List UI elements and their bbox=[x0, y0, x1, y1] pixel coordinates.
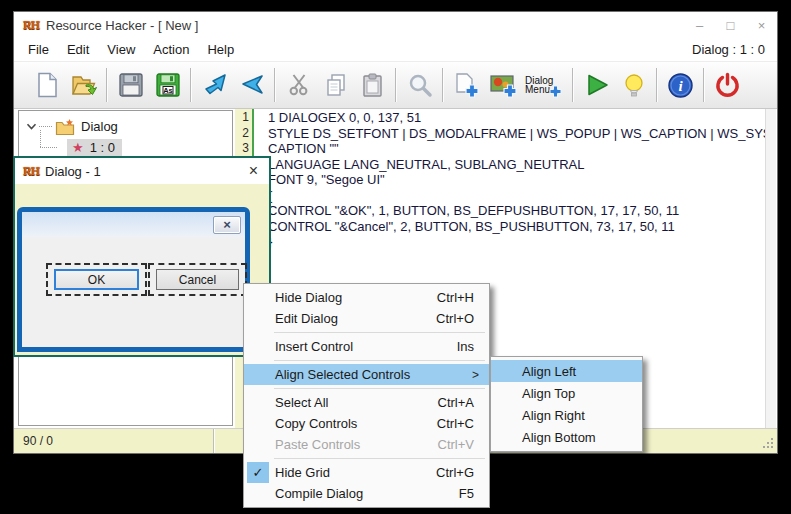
edited-dialog-caption[interactable]: × bbox=[22, 212, 245, 237]
run-button[interactable] bbox=[578, 65, 615, 105]
preview-window-title: Dialog - 1 bbox=[45, 164, 101, 179]
search-icon bbox=[407, 72, 433, 98]
blue-flag-button[interactable] bbox=[233, 65, 270, 105]
edited-dialog-frame[interactable]: × OK Cancel bbox=[17, 207, 250, 352]
menu-item-label: Align Left bbox=[522, 364, 576, 379]
preview-close-button[interactable]: × bbox=[249, 163, 269, 179]
desktop-background: { "window": { "logo": "RH", "title": "Re… bbox=[0, 0, 791, 514]
tree-node-resource[interactable]: ★ 1 : 0 bbox=[19, 137, 232, 158]
menu-item-label: Paste Controls bbox=[275, 437, 360, 452]
window-title: Resource Hacker - [ New ] bbox=[46, 18, 198, 33]
menu-item-label: Insert Control bbox=[275, 339, 353, 354]
app-logo-icon: RH bbox=[23, 164, 39, 179]
blue-arrow-icon bbox=[201, 72, 229, 98]
blue-flag-icon bbox=[238, 72, 266, 98]
save-button[interactable] bbox=[112, 65, 149, 105]
add-resource-button[interactable] bbox=[448, 65, 485, 105]
resource-star-icon: ★ bbox=[72, 141, 84, 154]
code-line: CAPTION "" bbox=[256, 141, 766, 157]
menu-item-label: Edit Dialog bbox=[275, 311, 338, 326]
menu-item-copy-controls[interactable]: Copy Controls Ctrl+C bbox=[244, 413, 489, 434]
folder-star-icon bbox=[55, 118, 75, 136]
edited-dialog-close-button[interactable]: × bbox=[213, 216, 241, 234]
dialog-menu-icon-text-2: Menu bbox=[525, 85, 550, 95]
cut-button[interactable] bbox=[280, 65, 317, 105]
menu-item-select-all[interactable]: Select All Ctrl+A bbox=[244, 392, 489, 413]
menu-item-hide-grid[interactable]: ✓ Hide Grid Ctrl+G bbox=[244, 462, 489, 483]
preview-title-bar[interactable]: RH Dialog - 1 × bbox=[15, 158, 269, 184]
menu-separator bbox=[274, 360, 485, 361]
selection-marquee[interactable]: Cancel bbox=[148, 263, 247, 296]
menu-separator bbox=[274, 388, 485, 389]
menu-view[interactable]: View bbox=[98, 40, 144, 59]
tips-button[interactable] bbox=[615, 65, 652, 105]
submenu-arrow-icon: > bbox=[472, 368, 479, 382]
plus-icon bbox=[549, 85, 562, 98]
save-floppy-icon bbox=[118, 72, 144, 98]
status-counter: 90 / 0 bbox=[14, 429, 214, 453]
submenu-item-align-top[interactable]: Align Top bbox=[491, 382, 642, 404]
menu-edit[interactable]: Edit bbox=[58, 40, 98, 59]
add-image-button[interactable] bbox=[485, 65, 522, 105]
menu-item-edit-dialog[interactable]: Edit Dialog Ctrl+O bbox=[244, 308, 489, 329]
save-as-button[interactable]: As bbox=[149, 65, 186, 105]
resource-context-label: Dialog : 1 : 0 bbox=[692, 42, 765, 57]
editor-scrollbar[interactable] bbox=[765, 109, 776, 428]
menu-item-label: Select All bbox=[275, 395, 328, 410]
about-button[interactable]: i bbox=[662, 65, 699, 105]
ok-button[interactable]: OK bbox=[54, 269, 139, 290]
menu-action[interactable]: Action bbox=[144, 40, 198, 59]
submenu-item-align-right[interactable]: Align Right bbox=[491, 404, 642, 426]
submenu-item-align-bottom[interactable]: Align Bottom bbox=[491, 426, 642, 448]
menu-item-shortcut: Ctrl+O bbox=[436, 311, 474, 326]
line-number: 1 bbox=[235, 110, 252, 126]
code-line: 1 DIALOGEX 0, 0, 137, 51 bbox=[256, 110, 766, 126]
svg-text:As: As bbox=[163, 86, 173, 95]
blue-arrow-button[interactable] bbox=[196, 65, 233, 105]
menu-item-shortcut: Ctrl+H bbox=[437, 290, 474, 305]
paste-button[interactable] bbox=[354, 65, 391, 105]
toolbar-separator bbox=[703, 68, 705, 102]
play-icon bbox=[584, 72, 610, 98]
menu-item-label: Compile Dialog bbox=[275, 486, 363, 501]
menu-item-hide-dialog[interactable]: Hide Dialog Ctrl+H bbox=[244, 287, 489, 308]
menu-help[interactable]: Help bbox=[198, 40, 243, 59]
exit-button[interactable] bbox=[709, 65, 746, 105]
chevron-down-icon[interactable] bbox=[26, 121, 37, 132]
toolbar-separator bbox=[572, 68, 574, 102]
menu-item-compile-dialog[interactable]: Compile Dialog F5 bbox=[244, 483, 489, 504]
tree-connector bbox=[39, 126, 52, 127]
edited-dialog-body[interactable]: OK Cancel bbox=[22, 237, 245, 335]
code-line: { bbox=[256, 188, 766, 204]
menu-item-label: Hide Grid bbox=[275, 465, 330, 480]
minimize-button[interactable]: – bbox=[684, 12, 715, 38]
clipboard-icon bbox=[360, 72, 386, 98]
selected-tree-item[interactable]: ★ 1 : 0 bbox=[67, 139, 122, 156]
selection-marquee[interactable]: OK bbox=[46, 263, 147, 296]
menu-separator bbox=[274, 332, 485, 333]
menu-item-shortcut: F5 bbox=[459, 486, 474, 501]
new-file-button[interactable] bbox=[28, 65, 65, 105]
close-button[interactable]: × bbox=[746, 12, 777, 38]
title-bar[interactable]: RH Resource Hacker - [ New ] – □ × bbox=[14, 12, 777, 38]
toolbar-separator bbox=[274, 68, 276, 102]
menu-item-shortcut: Ins bbox=[457, 339, 474, 354]
menu-item-shortcut: Ctrl+V bbox=[438, 437, 474, 452]
open-file-button[interactable] bbox=[65, 65, 102, 105]
menu-file[interactable]: File bbox=[19, 40, 58, 59]
window-controls: – □ × bbox=[684, 12, 777, 38]
menu-item-insert-control[interactable]: Insert Control Ins bbox=[244, 336, 489, 357]
tree-node-dialog[interactable]: Dialog bbox=[19, 116, 232, 137]
copy-button[interactable] bbox=[317, 65, 354, 105]
submenu-item-align-left[interactable]: Align Left bbox=[491, 360, 642, 382]
maximize-button[interactable]: □ bbox=[715, 12, 746, 38]
dialog-menu-button[interactable]: Dialog Menu bbox=[522, 65, 568, 105]
save-as-floppy-icon: As bbox=[155, 72, 181, 98]
menu-item-shortcut: Ctrl+G bbox=[436, 465, 474, 480]
menu-item-paste-controls[interactable]: Paste Controls Ctrl+V bbox=[244, 434, 489, 455]
resize-grip[interactable] bbox=[762, 438, 773, 449]
cancel-button[interactable]: Cancel bbox=[156, 269, 239, 290]
line-number: 2 bbox=[235, 126, 252, 142]
menu-item-align-selected-controls[interactable]: Align Selected Controls > bbox=[244, 364, 489, 385]
find-button[interactable] bbox=[401, 65, 438, 105]
